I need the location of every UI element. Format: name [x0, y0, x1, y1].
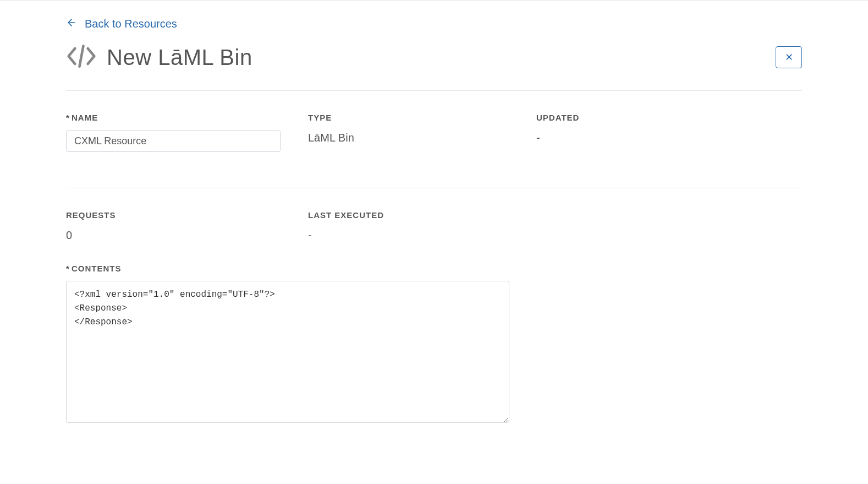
- code-icon: [66, 41, 97, 74]
- section-divider: [66, 188, 802, 188]
- page-title: New LāML Bin: [107, 45, 252, 70]
- close-icon: ✕: [785, 51, 793, 63]
- back-link-label: Back to Resources: [85, 18, 177, 30]
- requests-label: Requests: [66, 210, 294, 220]
- type-label: Type: [308, 113, 523, 122]
- section-divider: [66, 90, 802, 91]
- last-executed-label: Last Executed: [308, 210, 523, 220]
- updated-value: -: [536, 132, 751, 144]
- svg-line-1: [80, 46, 84, 66]
- last-executed-value: -: [308, 229, 523, 242]
- contents-textarea[interactable]: [66, 281, 509, 423]
- close-button[interactable]: ✕: [776, 46, 802, 68]
- name-label: Name: [66, 113, 294, 122]
- name-input[interactable]: [66, 130, 281, 152]
- type-value: LāML Bin: [308, 132, 523, 144]
- requests-value: 0: [66, 229, 294, 242]
- back-to-resources-link[interactable]: Back to Resources: [66, 17, 177, 31]
- arrow-left-icon: [66, 17, 77, 31]
- contents-label: Contents: [66, 264, 509, 273]
- updated-label: Updated: [536, 113, 751, 122]
